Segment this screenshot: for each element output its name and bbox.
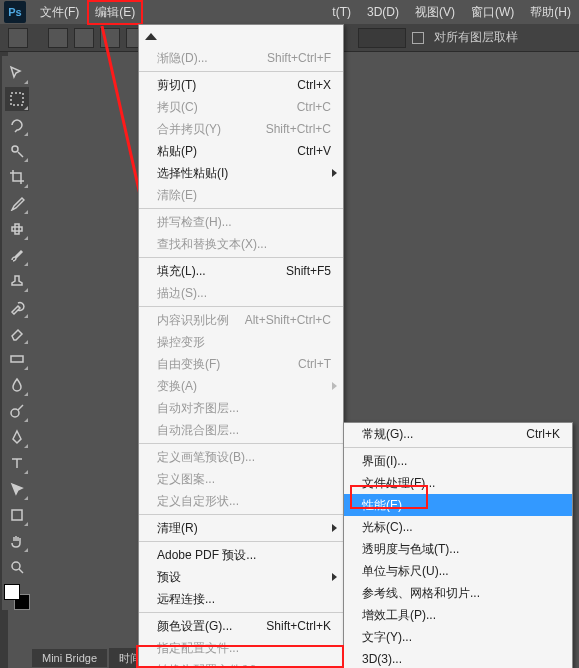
menu-edit[interactable]: 编辑(E) [87, 0, 143, 25]
edit-menu-item-26: 指定配置文件... [139, 637, 343, 659]
foreground-color[interactable] [4, 584, 20, 600]
edit-menu-item-17: 自动混合图层... [139, 419, 343, 441]
menu-view[interactable]: 视图(V) [407, 0, 463, 25]
tab-mini-bridge[interactable]: Mini Bridge [32, 649, 107, 667]
svg-point-7 [12, 562, 20, 570]
edit-menu-item-18: 定义画笔预设(B)... [139, 446, 343, 468]
move-tool[interactable] [5, 61, 29, 85]
mode-add-icon[interactable] [74, 28, 94, 48]
svg-rect-6 [12, 510, 22, 520]
zoom-tool[interactable] [5, 555, 29, 579]
lasso-tool[interactable] [5, 113, 29, 137]
edit-menu-item-16: 自动对齐图层... [139, 397, 343, 419]
prefs-item-2[interactable]: 文件处理(F)... [344, 472, 572, 494]
edit-menu-item-14: 自由变换(F)Ctrl+T [139, 353, 343, 375]
prefs-item-8[interactable]: 增效工具(P)... [344, 604, 572, 626]
preferences-submenu: 常规(G)...Ctrl+K界面(I)...文件处理(F)...性能(E)...… [343, 422, 573, 668]
edit-menu-item-22[interactable]: Adobe PDF 预设... [139, 544, 343, 566]
option-field[interactable] [358, 28, 406, 48]
sample-all-layers-checkbox[interactable] [412, 32, 424, 44]
svg-point-5 [11, 409, 19, 417]
menu-file[interactable]: 文件(F) [32, 0, 87, 25]
menu-3d[interactable]: 3D(D) [359, 1, 407, 23]
edit-menu-item-12: 内容识别比例Alt+Shift+Ctrl+C [139, 309, 343, 331]
color-swatches[interactable] [4, 584, 30, 610]
edit-menu-item-8: 拼写检查(H)... [139, 211, 343, 233]
edit-menu-item-21[interactable]: 清理(R) [139, 517, 343, 539]
mode-sub-icon[interactable] [100, 28, 120, 48]
toolbox [2, 56, 32, 610]
blur-tool[interactable] [5, 373, 29, 397]
app-logo: Ps [4, 1, 26, 23]
edit-menu-item-2[interactable]: 剪切(T)Ctrl+X [139, 74, 343, 96]
edit-menu-item-10[interactable]: 填充(L)...Shift+F5 [139, 260, 343, 282]
prefs-item-5[interactable]: 透明度与色域(T)... [344, 538, 572, 560]
shape-tool[interactable] [5, 503, 29, 527]
edit-menu-item-27: 转换为配置文件(V)... [139, 659, 343, 668]
edit-menu-dropdown: 渐隐(D)...Shift+Ctrl+F剪切(T)Ctrl+X拷贝(C)Ctrl… [138, 24, 344, 668]
edit-menu-item-15: 变换(A) [139, 375, 343, 397]
prefs-item-10[interactable]: 3D(3)... [344, 648, 572, 668]
edit-menu-item-25[interactable]: 颜色设置(G)...Shift+Ctrl+K [139, 615, 343, 637]
edit-menu-item-5[interactable]: 粘贴(P)Ctrl+V [139, 140, 343, 162]
pen-tool[interactable] [5, 425, 29, 449]
edit-menu-item-20: 定义自定形状... [139, 490, 343, 512]
edit-menu-item-3: 拷贝(C)Ctrl+C [139, 96, 343, 118]
edit-menu-item-13: 操控变形 [139, 331, 343, 353]
svg-point-1 [12, 146, 18, 152]
edit-menu-item-19: 定义图案... [139, 468, 343, 490]
eraser-tool[interactable] [5, 321, 29, 345]
prefs-item-6[interactable]: 单位与标尺(U)... [344, 560, 572, 582]
marquee-tool[interactable] [5, 87, 29, 111]
edit-menu-item-4: 合并拷贝(Y)Shift+Ctrl+C [139, 118, 343, 140]
edit-menu-item-11: 描边(S)... [139, 282, 343, 304]
prefs-item-1[interactable]: 界面(I)... [344, 450, 572, 472]
edit-menu-item-23[interactable]: 预设 [139, 566, 343, 588]
gradient-tool[interactable] [5, 347, 29, 371]
prefs-item-0[interactable]: 常规(G)...Ctrl+K [344, 423, 572, 445]
healing-tool[interactable] [5, 217, 29, 241]
prefs-item-3[interactable]: 性能(E)... [344, 494, 572, 516]
type-tool[interactable] [5, 451, 29, 475]
brush-tool[interactable] [5, 243, 29, 267]
menu-t[interactable]: t(T) [324, 1, 359, 23]
dodge-tool[interactable] [5, 399, 29, 423]
path-select-tool[interactable] [5, 477, 29, 501]
prefs-item-7[interactable]: 参考线、网格和切片... [344, 582, 572, 604]
mode-new-icon[interactable] [48, 28, 68, 48]
svg-rect-0 [11, 93, 23, 105]
menu-help[interactable]: 帮助(H) [522, 0, 579, 25]
menu-window[interactable]: 窗口(W) [463, 0, 522, 25]
quick-select-tool[interactable] [5, 139, 29, 163]
edit-menu-item-9: 查找和替换文本(X)... [139, 233, 343, 255]
eyedropper-tool[interactable] [5, 191, 29, 215]
svg-rect-4 [11, 356, 23, 362]
hand-tool[interactable] [5, 529, 29, 553]
edit-menu-item-1: 渐隐(D)...Shift+Ctrl+F [139, 47, 343, 69]
edit-menu-item-24[interactable]: 远程连接... [139, 588, 343, 610]
tool-preset-icon[interactable] [8, 28, 28, 48]
svg-rect-2 [12, 227, 22, 231]
edit-menu-item-0[interactable] [139, 25, 343, 47]
history-brush-tool[interactable] [5, 295, 29, 319]
svg-rect-3 [15, 224, 19, 234]
edit-menu-item-6[interactable]: 选择性粘贴(I) [139, 162, 343, 184]
prefs-item-4[interactable]: 光标(C)... [344, 516, 572, 538]
edit-menu-item-7: 清除(E) [139, 184, 343, 206]
sample-all-layers-label: 对所有图层取样 [434, 29, 518, 46]
crop-tool[interactable] [5, 165, 29, 189]
stamp-tool[interactable] [5, 269, 29, 293]
prefs-item-9[interactable]: 文字(Y)... [344, 626, 572, 648]
